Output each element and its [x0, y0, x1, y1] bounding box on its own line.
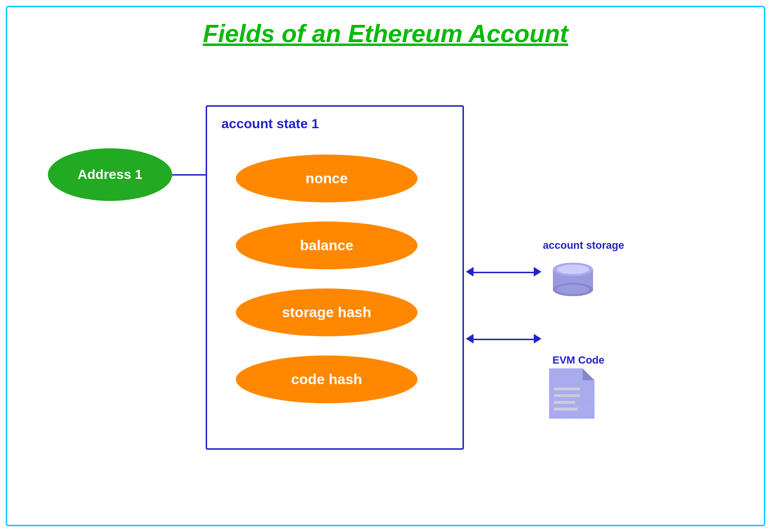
code-hash-label: code hash [291, 371, 362, 388]
diagram-area: Address 1 account state 1 nonce balance … [0, 67, 771, 532]
database-icon [549, 256, 597, 299]
storage-hash-label: storage hash [282, 304, 372, 321]
balance-oval: balance [236, 222, 418, 269]
code-hash-oval: code hash [236, 355, 418, 403]
svg-rect-8 [554, 388, 580, 390]
nonce-label: nonce [306, 170, 348, 187]
account-storage-label: account storage [543, 239, 624, 252]
nonce-oval: nonce [236, 155, 418, 202]
svg-point-3 [557, 265, 589, 274]
address-label: Address 1 [77, 167, 142, 182]
code-arrow-left [466, 334, 474, 344]
storage-arrow-line [474, 272, 536, 273]
storage-hash-oval: storage hash [236, 288, 418, 336]
account-state-label: account state 1 [221, 116, 319, 132]
account-state-box: account state 1 nonce balance storage ha… [206, 105, 464, 450]
evm-code-label: EVM Code [552, 354, 605, 366]
address-to-box-line [172, 174, 209, 176]
balance-label: balance [300, 237, 353, 254]
svg-rect-10 [554, 401, 575, 404]
svg-marker-7 [583, 368, 595, 380]
storage-arrow-right [534, 267, 541, 277]
address-oval: Address 1 [48, 148, 172, 201]
svg-point-5 [557, 285, 589, 294]
storage-arrow-left [466, 267, 474, 277]
code-arrow-line [474, 339, 536, 340]
evm-code-icon [549, 368, 595, 419]
svg-rect-11 [554, 408, 578, 410]
code-arrow-right [534, 334, 541, 344]
svg-rect-9 [554, 394, 580, 397]
